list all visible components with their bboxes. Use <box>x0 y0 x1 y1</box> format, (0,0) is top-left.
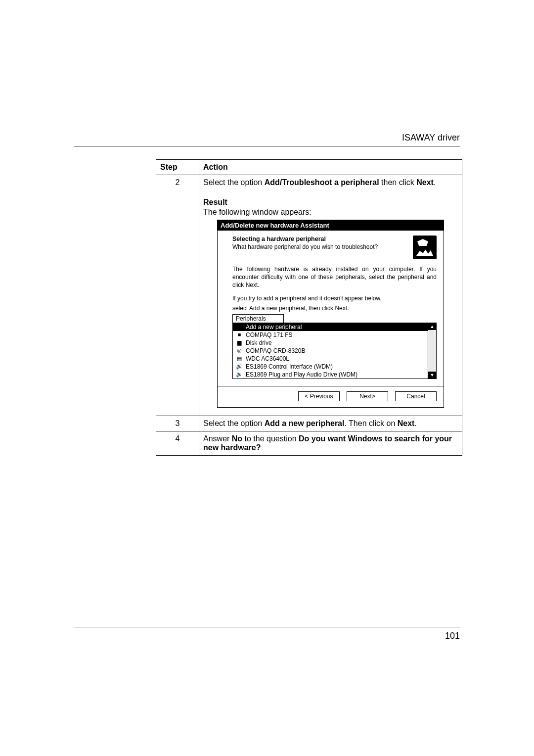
hdd-icon <box>236 356 243 362</box>
text-bold: Add a new peripheral <box>265 419 345 427</box>
text: . Then click on <box>344 419 397 427</box>
content: Step Action 2 Select the option Add/Trou… <box>156 159 462 456</box>
text: Select the option <box>203 419 265 427</box>
step-number: 3 <box>156 416 199 431</box>
speaker1-icon <box>236 364 243 370</box>
speaker2-icon <box>236 372 243 378</box>
cancel-button[interactable]: Cancel <box>395 391 437 401</box>
list-item[interactable]: ES1869 Control Interface (WDM) <box>233 363 428 371</box>
step-action: Select the option Add/Troubleshoot a per… <box>199 175 462 416</box>
list-item-label: ES1869 Plug and Play Audio Drive (WDM) <box>246 371 357 378</box>
list-item-label: ES1869 Control Interface (WDM) <box>246 363 333 371</box>
cd-icon <box>236 348 243 354</box>
list-item[interactable]: Disk drive <box>233 339 428 347</box>
table-row: 3 Select the option Add a new peripheral… <box>156 416 462 431</box>
text: then click <box>379 178 417 187</box>
list-item[interactable]: WDC AC36400L <box>233 355 428 363</box>
page-number: 101 <box>445 631 460 641</box>
dialog-divider <box>218 386 444 386</box>
step-action: Answer No to the question Do you want Wi… <box>199 431 462 455</box>
list-item-label: Add a new peripheral <box>246 323 302 331</box>
table-row: 2 Select the option Add/Troubleshoot a p… <box>156 175 462 416</box>
list-item-label: WDC AC36400L <box>246 355 289 363</box>
text: Select the option <box>203 178 265 187</box>
text-bold: Next <box>398 419 415 427</box>
disk-icon <box>236 340 243 346</box>
text: Answer <box>203 434 232 443</box>
dialog-paragraph: select Add a new peripheral, then click … <box>232 304 437 312</box>
wizard-icon <box>413 236 437 259</box>
dialog-paragraph: If you try to add a peripheral and it do… <box>232 294 437 302</box>
list-item[interactable]: Add a new peripheral <box>233 323 428 331</box>
text-bold: No <box>232 434 242 443</box>
listbox-scrollbar[interactable]: ▲ ▼ <box>428 323 436 378</box>
header-right: ISAWAY driver <box>402 133 460 143</box>
dialog-subtitle: Selecting a hardware peripheral <box>232 236 408 242</box>
text: . <box>414 419 416 427</box>
text: . <box>434 178 436 187</box>
dialog-title: Add/Delete new hardware Assistant <box>218 220 444 231</box>
steps-table: Step Action 2 Select the option Add/Trou… <box>156 159 462 456</box>
step-number: 2 <box>156 175 199 416</box>
list-item-label: COMPAQ CRD-8320B <box>246 347 305 355</box>
next-button[interactable]: Next> <box>347 391 388 401</box>
scroll-down-button[interactable]: ▼ <box>428 372 436 378</box>
text-bold: Next <box>416 178 434 187</box>
list-item[interactable]: COMPAQ 171 FS <box>233 331 428 339</box>
col-step-header: Step <box>156 160 199 175</box>
scroll-up-button[interactable]: ▲ <box>428 323 436 330</box>
dialog-question: What hardware peripheral do you wish to … <box>232 243 408 250</box>
scroll-track[interactable] <box>428 330 436 372</box>
listbox-caption: Peripherals <box>232 314 284 323</box>
table-row: 4 Answer No to the question Do you want … <box>156 431 462 455</box>
previous-button[interactable]: < Previous <box>298 391 340 401</box>
result-label: Result <box>203 198 458 207</box>
peripherals-listbox[interactable]: Peripherals Add a new peripheralCOMPAQ 1… <box>232 314 437 379</box>
top-divider <box>74 146 460 147</box>
list-item[interactable]: COMPAQ CRD-8320B <box>233 347 428 355</box>
col-action-header: Action <box>199 160 462 175</box>
dialog-body: Selecting a hardware peripheral What har… <box>218 231 444 407</box>
dialog-paragraph: The following hardware is already instal… <box>232 265 437 289</box>
list-item-label: Disk drive <box>246 339 272 347</box>
page: ISAWAY driver Step Action 2 Select the o… <box>0 0 534 756</box>
list-item[interactable]: ES1869 Plug and Play Audio Drive (WDM) <box>233 371 428 378</box>
result-text: The following window appears: <box>203 208 458 217</box>
text-bold: Add/Troubleshoot a peripheral <box>265 178 379 187</box>
list-item-label: COMPAQ 171 FS <box>246 331 292 339</box>
bottom-divider <box>74 627 460 627</box>
text: to the question <box>242 434 299 443</box>
hardware-assistant-dialog: Add/Delete new hardware Assistant Select… <box>217 220 444 408</box>
step-action: Select the option Add a new peripheral. … <box>199 416 462 431</box>
monitor-icon <box>236 332 243 338</box>
step-number: 4 <box>156 431 199 455</box>
